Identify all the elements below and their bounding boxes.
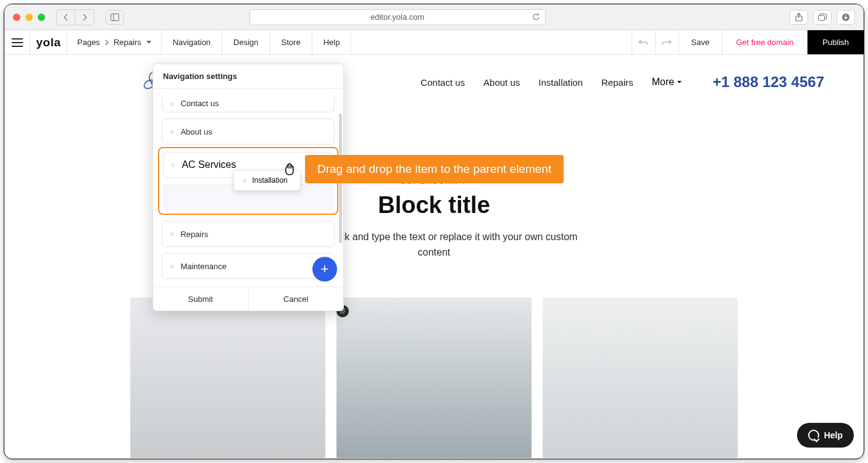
nav-installation[interactable]: Installation <box>538 77 583 88</box>
save-button[interactable]: Save <box>679 30 723 54</box>
caret-down-icon <box>146 41 151 44</box>
image-card[interactable] <box>543 298 738 458</box>
browser-nav-arrows <box>56 9 94 25</box>
nav-repairs[interactable]: Repairs <box>601 77 633 88</box>
pages-breadcrumb[interactable]: Pages Repairs <box>67 30 162 54</box>
site-header: Contact us About us Installation Repairs… <box>4 55 864 109</box>
caret-down-icon <box>677 81 682 84</box>
pages-label: Pages <box>77 38 100 47</box>
window-controls <box>13 14 45 21</box>
drag-handle-icon: ≡ <box>243 177 247 184</box>
nav-item-maintenance[interactable]: ≡ Maintenance <box>162 253 335 279</box>
add-nav-item-button[interactable]: + <box>312 257 337 282</box>
nav-item-about-us[interactable]: ≡ About us <box>162 119 335 144</box>
yola-logo[interactable]: yola <box>30 30 67 54</box>
browser-chrome: editor.yola.com <box>4 4 864 30</box>
redo-button[interactable] <box>656 30 679 54</box>
nav-contact-us[interactable]: Contact us <box>420 77 465 88</box>
nav-item-repairs[interactable]: ≡ Repairs <box>162 221 335 247</box>
minimize-window-icon[interactable] <box>25 14 33 21</box>
publish-button[interactable]: Publish <box>807 30 864 54</box>
forward-button[interactable] <box>75 10 94 25</box>
nav-about-us[interactable]: About us <box>483 77 520 88</box>
image-card[interactable] <box>130 298 325 458</box>
navigation-tab[interactable]: Navigation <box>162 30 222 54</box>
image-row <box>4 298 864 458</box>
drag-handle-icon[interactable]: ≡ <box>170 230 174 238</box>
editor-canvas: Contact us About us Installation Repairs… <box>4 55 864 459</box>
chevron-right-icon <box>105 40 109 46</box>
block-title[interactable]: Block title <box>4 192 864 219</box>
phone-number[interactable]: +1 888 123 4567 <box>712 73 824 91</box>
svg-rect-0 <box>111 14 119 20</box>
help-tab[interactable]: Help <box>312 30 352 54</box>
download-icon[interactable] <box>837 10 855 25</box>
reload-icon[interactable] <box>532 13 540 21</box>
close-window-icon[interactable] <box>13 14 20 21</box>
address-bar[interactable]: editor.yola.com <box>249 9 546 25</box>
nav-item-contact-us[interactable]: ≡ Contact us <box>162 95 335 112</box>
grab-cursor-icon <box>283 162 299 177</box>
share-icon[interactable] <box>790 10 808 25</box>
back-button[interactable] <box>57 10 75 25</box>
tabs-icon[interactable] <box>813 10 832 25</box>
design-tab[interactable]: Design <box>222 30 270 54</box>
site-nav: Contact us About us Installation Repairs… <box>420 73 849 91</box>
url-text: editor.yola.com <box>370 12 424 22</box>
get-free-domain-button[interactable]: Get free domain <box>722 30 807 54</box>
sidebar-toggle-icon[interactable] <box>106 10 124 25</box>
breadcrumb-current: Repairs <box>114 38 141 47</box>
block-description[interactable]: . To edit, click and type the text or re… <box>4 230 864 261</box>
nav-more[interactable]: More <box>652 77 682 88</box>
drag-handle-icon[interactable]: ≡ <box>170 262 174 270</box>
drag-handle-icon[interactable]: ≡ <box>170 100 174 107</box>
undo-button[interactable] <box>632 30 656 54</box>
help-widget[interactable]: Help <box>797 423 854 448</box>
app-toolbar: yola Pages Repairs Navigation Design Sto… <box>4 30 864 55</box>
maximize-window-icon[interactable] <box>38 14 45 21</box>
panel-title: Navigation settings <box>153 64 343 89</box>
image-card[interactable] <box>336 298 532 458</box>
menu-icon[interactable] <box>4 30 30 54</box>
drag-handle-icon[interactable]: ≡ <box>171 161 175 169</box>
submit-button[interactable]: Submit <box>153 287 248 311</box>
store-tab[interactable]: Store <box>270 30 312 54</box>
cancel-button[interactable]: Cancel <box>248 287 344 311</box>
navigation-settings-panel: Navigation settings ≡ Contact us ≡ About… <box>152 64 344 311</box>
drag-handle-icon[interactable]: ≡ <box>170 128 174 135</box>
svg-rect-3 <box>818 15 824 20</box>
instruction-tooltip: Drag and drop the item to the parent ele… <box>305 155 564 183</box>
chat-bubble-icon <box>808 430 819 441</box>
